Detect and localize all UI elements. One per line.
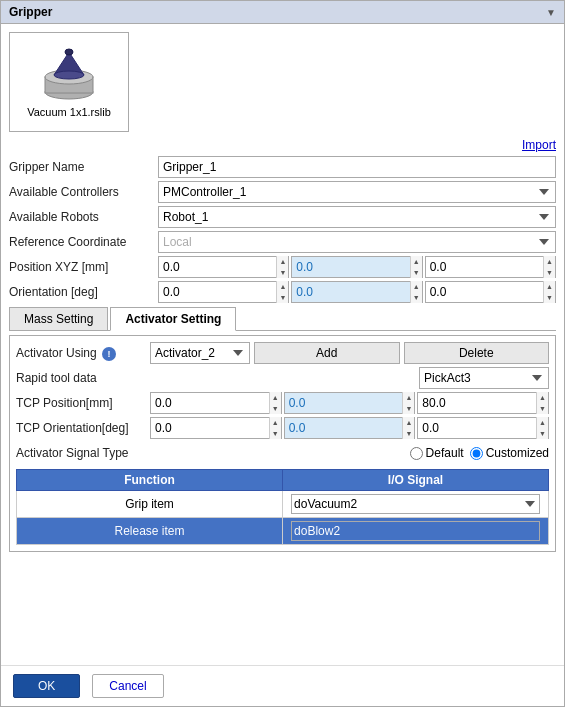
tcp-pos-x-down[interactable]: ▼: [270, 403, 281, 414]
activator-using-row: Activator Using ! Activator_2 Add Delete: [16, 342, 549, 364]
grip-item-select[interactable]: doVacuum2: [291, 494, 540, 514]
orient-z-input[interactable]: [426, 282, 543, 302]
tcp-pos-x-spinner[interactable]: ▲ ▼: [269, 392, 281, 414]
tcp-orient-y-down[interactable]: ▼: [403, 428, 414, 439]
tcp-orient-inputs: ▲ ▼ ▲ ▼ ▲: [150, 417, 549, 439]
image-label: Vacuum 1x1.rslib: [27, 106, 111, 118]
tcp-pos-y-down[interactable]: ▼: [403, 403, 414, 414]
position-y-down[interactable]: ▼: [411, 267, 422, 278]
available-robots-select[interactable]: Robot_1: [158, 206, 556, 228]
tcp-orient-y-up[interactable]: ▲: [403, 417, 414, 428]
tcp-pos-z-down[interactable]: ▼: [537, 403, 548, 414]
orient-y-wrap: ▲ ▼: [291, 281, 422, 303]
tab-bar: Mass Setting Activator Setting: [9, 307, 556, 331]
tcp-pos-y-wrap: ▲ ▼: [284, 392, 416, 414]
tcp-orient-x-input[interactable]: [151, 418, 269, 438]
orient-z-down[interactable]: ▼: [544, 292, 555, 303]
orient-x-input[interactable]: [159, 282, 276, 302]
orient-y-input[interactable]: [292, 282, 409, 302]
rapid-tool-select[interactable]: PickAct3: [419, 367, 549, 389]
reference-coordinate-select[interactable]: Local: [158, 231, 556, 253]
tcp-orient-y-wrap: ▲ ▼: [284, 417, 416, 439]
orient-x-down[interactable]: ▼: [277, 292, 288, 303]
position-z-up[interactable]: ▲: [544, 256, 555, 267]
delete-button[interactable]: Delete: [404, 342, 550, 364]
tcp-pos-z-input[interactable]: [418, 393, 536, 413]
signal-type-label: Activator Signal Type: [16, 446, 146, 460]
tcp-pos-x-input[interactable]: [151, 393, 269, 413]
tcp-orient-x-wrap: ▲ ▼: [150, 417, 282, 439]
position-x-down[interactable]: ▼: [277, 267, 288, 278]
tcp-pos-z-up[interactable]: ▲: [537, 392, 548, 403]
import-link[interactable]: Import: [522, 138, 556, 152]
release-item-value-cell: doBlow2: [283, 518, 549, 545]
tab-activator-setting[interactable]: Activator Setting: [110, 307, 236, 331]
gripper-window: Gripper ▼ Vacuum 1x1.rslib: [0, 0, 565, 707]
customized-radio-label[interactable]: Customized: [470, 446, 549, 460]
info-icon[interactable]: !: [102, 347, 116, 361]
position-z-input[interactable]: [426, 257, 543, 277]
content-area: Vacuum 1x1.rslib Import Gripper Name Ava…: [1, 24, 564, 665]
svg-point-5: [65, 49, 73, 55]
orient-y-down[interactable]: ▼: [411, 292, 422, 303]
gripper-name-label: Gripper Name: [9, 160, 154, 174]
orient-z-spinner[interactable]: ▲ ▼: [543, 281, 555, 303]
default-radio-label[interactable]: Default: [410, 446, 464, 460]
tcp-orient-z-down[interactable]: ▼: [537, 428, 548, 439]
add-button[interactable]: Add: [254, 342, 400, 364]
position-z-down[interactable]: ▼: [544, 267, 555, 278]
orient-x-spinner[interactable]: ▲ ▼: [276, 281, 288, 303]
ok-button[interactable]: OK: [13, 674, 80, 698]
release-item-select[interactable]: doBlow2: [291, 521, 540, 541]
tcp-pos-y-input[interactable]: [285, 393, 403, 413]
tcp-orient-y-spinner[interactable]: ▲ ▼: [402, 417, 414, 439]
available-robots-row: Available Robots Robot_1: [9, 206, 556, 228]
tcp-orient-y-input[interactable]: [285, 418, 403, 438]
orientation-label: Orientation [deg]: [9, 285, 154, 299]
gripper-name-input[interactable]: [158, 156, 556, 178]
default-radio[interactable]: [410, 447, 423, 460]
activator-section: Activator Using ! Activator_2 Add Delete…: [9, 335, 556, 552]
position-x-up[interactable]: ▲: [277, 256, 288, 267]
available-controllers-select[interactable]: PMController_1: [158, 181, 556, 203]
position-xyz-label: Position XYZ [mm]: [9, 260, 154, 274]
position-xyz-row: Position XYZ [mm] ▲ ▼ ▲ ▼: [9, 256, 556, 278]
tcp-orient-x-spinner[interactable]: ▲ ▼: [269, 417, 281, 439]
customized-radio[interactable]: [470, 447, 483, 460]
tcp-pos-x-up[interactable]: ▲: [270, 392, 281, 403]
position-y-up[interactable]: ▲: [411, 256, 422, 267]
position-z-spinner[interactable]: ▲ ▼: [543, 256, 555, 278]
tcp-orient-z-spinner[interactable]: ▲ ▼: [536, 417, 548, 439]
orient-z-up[interactable]: ▲: [544, 281, 555, 292]
position-x-input[interactable]: [159, 257, 276, 277]
activator-using-select[interactable]: Activator_2: [150, 342, 250, 364]
activator-using-label: Activator Using !: [16, 346, 146, 361]
tcp-position-row: TCP Position[mm] ▲ ▼ ▲ ▼: [16, 392, 549, 414]
orient-x-up[interactable]: ▲: [277, 281, 288, 292]
available-controllers-label: Available Controllers: [9, 185, 154, 199]
tcp-orient-z-up[interactable]: ▲: [537, 417, 548, 428]
tab-mass-setting[interactable]: Mass Setting: [9, 307, 108, 330]
position-x-spinner[interactable]: ▲ ▼: [276, 256, 288, 278]
tcp-pos-z-spinner[interactable]: ▲ ▼: [536, 392, 548, 414]
orientation-row: Orientation [deg] ▲ ▼ ▲ ▼: [9, 281, 556, 303]
position-y-input[interactable]: [292, 257, 409, 277]
cancel-button[interactable]: Cancel: [92, 674, 163, 698]
tcp-orientation-label: TCP Orientation[deg]: [16, 421, 146, 435]
table-row-selected[interactable]: Release item doBlow2: [17, 518, 549, 545]
position-y-spinner[interactable]: ▲ ▼: [410, 256, 422, 278]
tcp-orient-x-down[interactable]: ▼: [270, 428, 281, 439]
orient-z-wrap: ▲ ▼: [425, 281, 556, 303]
io-table: Function I/O Signal Grip item doVacuum2: [16, 469, 549, 545]
orient-y-spinner[interactable]: ▲ ▼: [410, 281, 422, 303]
tcp-orient-z-input[interactable]: [418, 418, 536, 438]
tcp-orient-x-up[interactable]: ▲: [270, 417, 281, 428]
tcp-orient-z-wrap: ▲ ▼: [417, 417, 549, 439]
table-row[interactable]: Grip item doVacuum2: [17, 491, 549, 518]
tcp-orientation-row: TCP Orientation[deg] ▲ ▼ ▲ ▼: [16, 417, 549, 439]
release-item-label: Release item: [17, 518, 283, 545]
title-bar-arrow-icon[interactable]: ▼: [546, 7, 556, 18]
orient-y-up[interactable]: ▲: [411, 281, 422, 292]
tcp-pos-y-up[interactable]: ▲: [403, 392, 414, 403]
tcp-pos-y-spinner[interactable]: ▲ ▼: [402, 392, 414, 414]
